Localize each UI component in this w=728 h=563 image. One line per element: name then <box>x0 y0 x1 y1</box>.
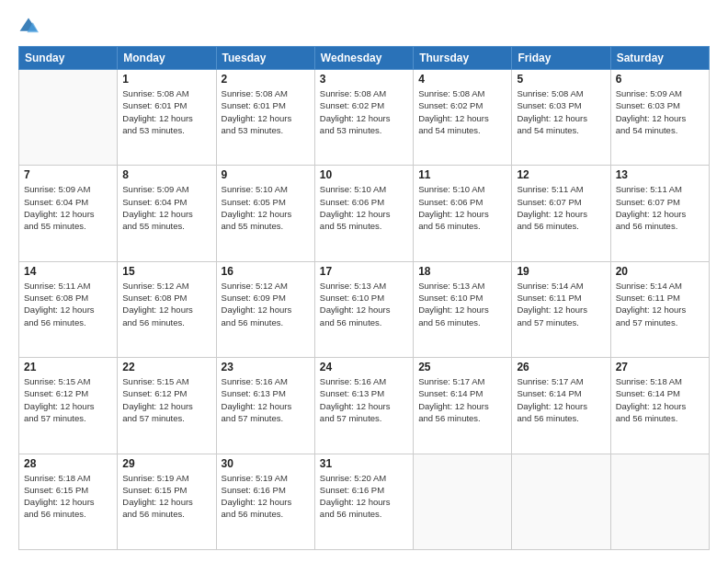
header-row: SundayMondayTuesdayWednesdayThursdayFrid… <box>19 47 710 70</box>
day-cell: 2Sunrise: 5:08 AMSunset: 6:01 PMDaylight… <box>216 70 314 166</box>
day-number: 8 <box>122 168 210 181</box>
week-row-4: 21Sunrise: 5:15 AMSunset: 6:12 PMDayligh… <box>19 358 710 454</box>
day-number: 22 <box>122 361 210 373</box>
header-cell-monday: Monday <box>118 47 216 70</box>
day-number: 5 <box>517 73 605 86</box>
day-detail: Sunrise: 5:13 AMSunset: 6:10 PMDaylight:… <box>418 280 506 328</box>
day-number: 6 <box>616 73 704 86</box>
day-detail: Sunrise: 5:19 AMSunset: 6:16 PMDaylight:… <box>222 472 310 521</box>
day-detail: Sunrise: 5:08 AMSunset: 6:03 PMDaylight:… <box>517 87 605 136</box>
day-cell <box>610 454 709 549</box>
day-cell: 11Sunrise: 5:10 AMSunset: 6:06 PMDayligh… <box>414 166 512 261</box>
day-detail: Sunrise: 5:19 AMSunset: 6:15 PMDaylight:… <box>122 472 210 521</box>
day-number: 31 <box>320 457 408 470</box>
header-cell-thursday: Thursday <box>414 47 512 70</box>
day-detail: Sunrise: 5:15 AMSunset: 6:12 PMDaylight:… <box>24 375 112 424</box>
day-cell: 25Sunrise: 5:17 AMSunset: 6:14 PMDayligh… <box>414 358 512 454</box>
day-number: 23 <box>222 361 310 373</box>
week-row-2: 7Sunrise: 5:09 AMSunset: 6:04 PMDaylight… <box>19 166 710 261</box>
day-cell: 1Sunrise: 5:08 AMSunset: 6:01 PMDaylight… <box>118 70 216 166</box>
day-number: 10 <box>320 168 408 181</box>
day-cell <box>414 454 512 549</box>
day-detail: Sunrise: 5:14 AMSunset: 6:11 PMDaylight:… <box>616 280 704 328</box>
day-detail: Sunrise: 5:18 AMSunset: 6:15 PMDaylight:… <box>24 472 112 521</box>
day-number: 13 <box>616 168 704 181</box>
day-detail: Sunrise: 5:14 AMSunset: 6:11 PMDaylight:… <box>517 280 605 328</box>
day-cell: 29Sunrise: 5:19 AMSunset: 6:15 PMDayligh… <box>118 454 216 549</box>
header-cell-tuesday: Tuesday <box>216 47 314 70</box>
day-detail: Sunrise: 5:08 AMSunset: 6:02 PMDaylight:… <box>320 87 408 136</box>
day-detail: Sunrise: 5:09 AMSunset: 6:03 PMDaylight:… <box>616 87 704 136</box>
day-cell: 13Sunrise: 5:11 AMSunset: 6:07 PMDayligh… <box>610 166 709 261</box>
day-number: 12 <box>517 168 605 181</box>
day-detail: Sunrise: 5:15 AMSunset: 6:12 PMDaylight:… <box>122 375 210 424</box>
day-number: 28 <box>24 457 112 470</box>
day-detail: Sunrise: 5:18 AMSunset: 6:14 PMDaylight:… <box>616 375 704 424</box>
day-number: 1 <box>122 73 210 86</box>
day-detail: Sunrise: 5:12 AMSunset: 6:08 PMDaylight:… <box>122 280 210 328</box>
day-cell: 8Sunrise: 5:09 AMSunset: 6:04 PMDaylight… <box>118 166 216 261</box>
week-row-3: 14Sunrise: 5:11 AMSunset: 6:08 PMDayligh… <box>19 261 710 357</box>
day-detail: Sunrise: 5:11 AMSunset: 6:07 PMDaylight:… <box>616 183 704 232</box>
day-cell: 31Sunrise: 5:20 AMSunset: 6:16 PMDayligh… <box>314 454 413 549</box>
day-number: 19 <box>517 265 605 278</box>
day-cell: 17Sunrise: 5:13 AMSunset: 6:10 PMDayligh… <box>314 261 413 357</box>
day-cell: 5Sunrise: 5:08 AMSunset: 6:03 PMDaylight… <box>512 70 610 166</box>
day-cell: 22Sunrise: 5:15 AMSunset: 6:12 PMDayligh… <box>118 358 216 454</box>
day-detail: Sunrise: 5:16 AMSunset: 6:13 PMDaylight:… <box>222 375 310 424</box>
day-detail: Sunrise: 5:20 AMSunset: 6:16 PMDaylight:… <box>320 472 408 521</box>
day-cell: 7Sunrise: 5:09 AMSunset: 6:04 PMDaylight… <box>19 166 118 261</box>
day-cell: 15Sunrise: 5:12 AMSunset: 6:08 PMDayligh… <box>118 261 216 357</box>
day-cell: 14Sunrise: 5:11 AMSunset: 6:08 PMDayligh… <box>19 261 118 357</box>
day-cell: 3Sunrise: 5:08 AMSunset: 6:02 PMDaylight… <box>314 70 413 166</box>
day-cell: 24Sunrise: 5:16 AMSunset: 6:13 PMDayligh… <box>314 358 413 454</box>
day-cell: 12Sunrise: 5:11 AMSunset: 6:07 PMDayligh… <box>512 166 610 261</box>
day-detail: Sunrise: 5:10 AMSunset: 6:06 PMDaylight:… <box>320 183 408 232</box>
day-number: 14 <box>24 265 112 278</box>
day-number: 7 <box>24 168 112 181</box>
day-cell: 27Sunrise: 5:18 AMSunset: 6:14 PMDayligh… <box>610 358 709 454</box>
day-number: 17 <box>320 265 408 278</box>
day-number: 29 <box>122 457 210 470</box>
day-number: 27 <box>616 361 704 373</box>
day-detail: Sunrise: 5:11 AMSunset: 6:08 PMDaylight:… <box>24 280 112 328</box>
day-number: 21 <box>24 361 112 373</box>
day-cell: 9Sunrise: 5:10 AMSunset: 6:05 PMDaylight… <box>216 166 314 261</box>
day-detail: Sunrise: 5:17 AMSunset: 6:14 PMDaylight:… <box>517 375 605 424</box>
day-number: 9 <box>222 168 310 181</box>
day-number: 15 <box>122 265 210 278</box>
day-number: 4 <box>418 73 506 86</box>
day-cell: 30Sunrise: 5:19 AMSunset: 6:16 PMDayligh… <box>216 454 314 549</box>
day-number: 24 <box>320 361 408 373</box>
day-cell: 28Sunrise: 5:18 AMSunset: 6:15 PMDayligh… <box>19 454 118 549</box>
day-cell: 19Sunrise: 5:14 AMSunset: 6:11 PMDayligh… <box>512 261 610 357</box>
day-detail: Sunrise: 5:12 AMSunset: 6:09 PMDaylight:… <box>222 280 310 328</box>
header-cell-friday: Friday <box>512 47 610 70</box>
day-detail: Sunrise: 5:17 AMSunset: 6:14 PMDaylight:… <box>418 375 506 424</box>
day-cell: 10Sunrise: 5:10 AMSunset: 6:06 PMDayligh… <box>314 166 413 261</box>
day-number: 16 <box>222 265 310 278</box>
day-detail: Sunrise: 5:08 AMSunset: 6:01 PMDaylight:… <box>122 87 210 136</box>
logo <box>18 17 42 37</box>
day-number: 3 <box>320 73 408 86</box>
week-row-1: 1Sunrise: 5:08 AMSunset: 6:01 PMDaylight… <box>19 70 710 166</box>
page: SundayMondayTuesdayWednesdayThursdayFrid… <box>0 0 728 563</box>
day-detail: Sunrise: 5:11 AMSunset: 6:07 PMDaylight:… <box>517 183 605 232</box>
day-cell: 4Sunrise: 5:08 AMSunset: 6:02 PMDaylight… <box>414 70 512 166</box>
day-detail: Sunrise: 5:13 AMSunset: 6:10 PMDaylight:… <box>320 280 408 328</box>
day-cell: 23Sunrise: 5:16 AMSunset: 6:13 PMDayligh… <box>216 358 314 454</box>
day-cell: 6Sunrise: 5:09 AMSunset: 6:03 PMDaylight… <box>610 70 709 166</box>
day-cell: 21Sunrise: 5:15 AMSunset: 6:12 PMDayligh… <box>19 358 118 454</box>
day-detail: Sunrise: 5:09 AMSunset: 6:04 PMDaylight:… <box>24 183 112 232</box>
day-number: 11 <box>418 168 506 181</box>
header <box>18 17 710 37</box>
day-cell <box>512 454 610 549</box>
day-cell: 26Sunrise: 5:17 AMSunset: 6:14 PMDayligh… <box>512 358 610 454</box>
week-row-5: 28Sunrise: 5:18 AMSunset: 6:15 PMDayligh… <box>19 454 710 549</box>
header-cell-wednesday: Wednesday <box>314 47 413 70</box>
day-cell: 18Sunrise: 5:13 AMSunset: 6:10 PMDayligh… <box>414 261 512 357</box>
day-number: 25 <box>418 361 506 373</box>
day-detail: Sunrise: 5:16 AMSunset: 6:13 PMDaylight:… <box>320 375 408 424</box>
logo-icon <box>18 17 39 37</box>
day-detail: Sunrise: 5:08 AMSunset: 6:02 PMDaylight:… <box>418 87 506 136</box>
